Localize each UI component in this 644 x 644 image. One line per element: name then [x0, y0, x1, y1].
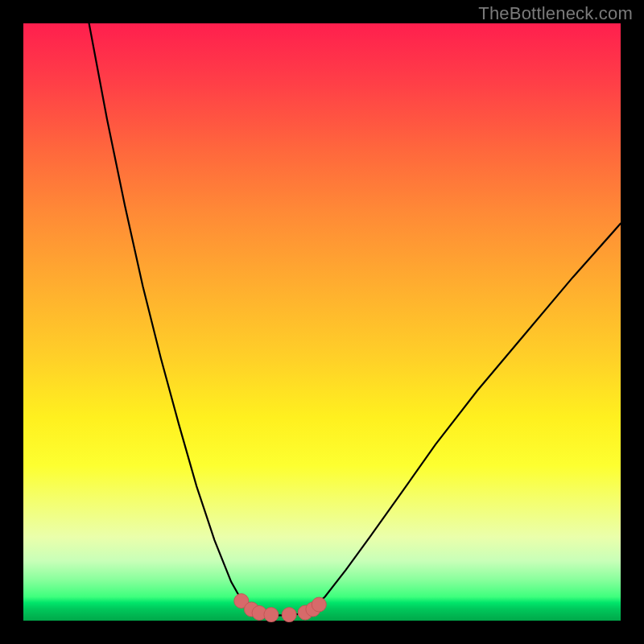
- trough-marker: [264, 608, 279, 622]
- stage: TheBottleneck.com: [0, 0, 644, 644]
- trough-marker: [312, 597, 326, 612]
- trough-marker: [282, 608, 296, 622]
- curve-right-branch: [310, 224, 621, 610]
- curve-group: [89, 23, 621, 615]
- watermark-text: TheBottleneck.com: [478, 3, 633, 24]
- chart-plot-area: [23, 23, 621, 621]
- curve-left-branch: [89, 23, 250, 610]
- trough-marker-group: [234, 594, 327, 622]
- chart-svg: [23, 23, 621, 621]
